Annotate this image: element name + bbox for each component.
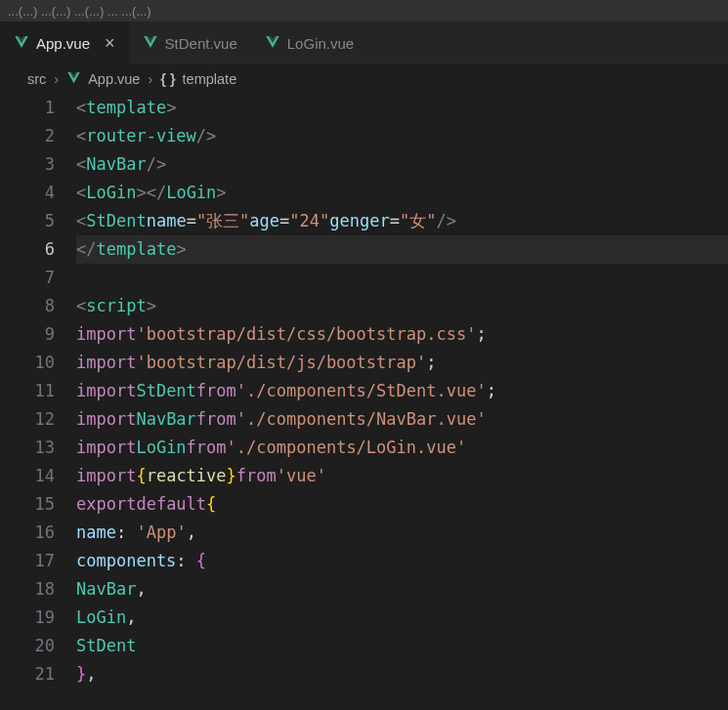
menu-bar[interactable]: ...(...) ...(...) ...(...) ... ...(...) [0,0,728,21]
vue-icon [14,34,29,53]
line-number: 3 [0,150,55,179]
line-number: 5 [0,207,55,235]
breadcrumb-file[interactable]: App.vue [88,71,140,87]
line-number: 18 [0,575,55,604]
code-line[interactable]: import { reactive } from 'vue' [76,462,728,490]
chevron-right-icon: › [54,71,59,87]
code-line[interactable]: <template> [76,94,728,122]
code-line[interactable]: <router-view /> [76,122,728,150]
code-line[interactable]: StDent [76,632,728,660]
line-number: 11 [0,377,55,405]
line-number: 7 [0,264,55,292]
breadcrumb[interactable]: src › App.vue › { } template [0,64,728,94]
close-icon[interactable]: × [105,33,115,54]
code-line[interactable]: import NavBar from './components/NavBar.… [76,405,728,434]
tab-label: LoGin.vue [287,35,354,52]
line-number: 6 [0,235,55,264]
code-line[interactable]: export default { [76,490,728,519]
tab-label: StDent.vue [165,35,237,52]
line-number: 12 [0,405,55,434]
vue-icon [265,34,280,53]
code-line[interactable]: LoGin, [76,604,728,632]
tab-stdent-vue[interactable]: StDent.vue [129,21,251,64]
code-line[interactable] [76,264,728,292]
tab-bar: App.vue×StDent.vueLoGin.vue [0,21,728,64]
code-line[interactable]: name: 'App', [76,519,728,547]
line-number: 13 [0,434,55,462]
code-line[interactable]: <LoGin></LoGin> [76,179,728,207]
line-number: 1 [0,94,55,122]
line-number: 14 [0,462,55,490]
line-number: 9 [0,320,55,349]
line-number: 4 [0,179,55,207]
vue-icon [143,34,158,53]
line-number: 20 [0,632,55,660]
vue-icon [66,70,84,88]
line-number: 16 [0,519,55,547]
line-gutter: 123456789101112131415161718192021 [0,94,76,689]
line-number: 17 [0,547,55,575]
breadcrumb-symbol[interactable]: template [183,71,237,87]
code-line[interactable]: <script> [76,292,728,320]
code-line[interactable]: }, [76,660,728,689]
braces-icon: { } [160,71,175,87]
code-line[interactable]: NavBar, [76,575,728,604]
code-line[interactable]: import 'bootstrap/dist/css/bootstrap.css… [76,320,728,349]
code-area[interactable]: <template> <router-view /> <NavBar /> <L… [76,94,728,689]
line-number: 2 [0,122,55,150]
line-number: 15 [0,490,55,519]
code-line[interactable]: <StDent name="张三" age="24" genger="女" /> [76,207,728,235]
editor[interactable]: 123456789101112131415161718192021 <templ… [0,94,728,689]
line-number: 21 [0,660,55,689]
code-line[interactable]: import StDent from './components/StDent.… [76,377,728,405]
code-line[interactable]: components: { [76,547,728,575]
line-number: 10 [0,349,55,377]
breadcrumb-folder[interactable]: src [27,71,46,87]
code-line[interactable]: <NavBar /> [76,150,728,179]
tab-login-vue[interactable]: LoGin.vue [251,21,367,64]
line-number: 8 [0,292,55,320]
tab-app-vue[interactable]: App.vue× [0,21,129,64]
code-line[interactable]: import LoGin from './components/LoGin.vu… [76,434,728,462]
tab-label: App.vue [36,35,90,52]
chevron-right-icon: › [148,71,152,87]
code-line[interactable]: </template> [76,235,728,264]
line-number: 19 [0,604,55,632]
code-line[interactable]: import 'bootstrap/dist/js/bootstrap'; [76,349,728,377]
